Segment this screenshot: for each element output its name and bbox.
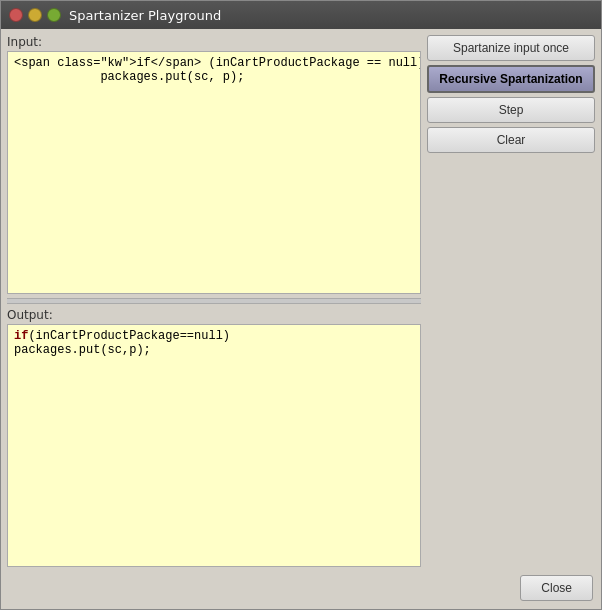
title-bar: Spartanizer Playground [1,1,601,29]
window-body: Input: <span class="kw">if</span> (inCar… [1,29,601,609]
main-window: Spartanizer Playground Input: <span clas… [0,0,602,610]
maximize-window-button[interactable] [47,8,61,22]
minimize-window-button[interactable] [28,8,42,22]
close-button[interactable]: Close [520,575,593,601]
output-section: Output: if(inCartProductPackage==null) p… [7,308,421,567]
recursive-spartanization-button[interactable]: Recursive Spartanization [427,65,595,93]
spartanize-once-button[interactable]: Spartanize input once [427,35,595,61]
output-code-display: if(inCartProductPackage==null) packages.… [7,324,421,567]
right-panel: Spartanize input once Recursive Spartani… [427,35,595,567]
output-label: Output: [7,308,421,322]
window-title: Spartanizer Playground [69,8,221,23]
window-controls [9,8,61,22]
close-window-button[interactable] [9,8,23,22]
step-button[interactable]: Step [427,97,595,123]
input-label: Input: [7,35,421,49]
splitter[interactable] [7,298,421,304]
clear-button[interactable]: Clear [427,127,595,153]
main-area: Input: <span class="kw">if</span> (inCar… [7,35,595,567]
bottom-bar: Close [7,571,595,603]
input-section: Input: <span class="kw">if</span> (inCar… [7,35,421,294]
input-code-editor[interactable]: <span class="kw">if</span> (inCartProduc… [7,51,421,294]
left-panel: Input: <span class="kw">if</span> (inCar… [7,35,421,567]
